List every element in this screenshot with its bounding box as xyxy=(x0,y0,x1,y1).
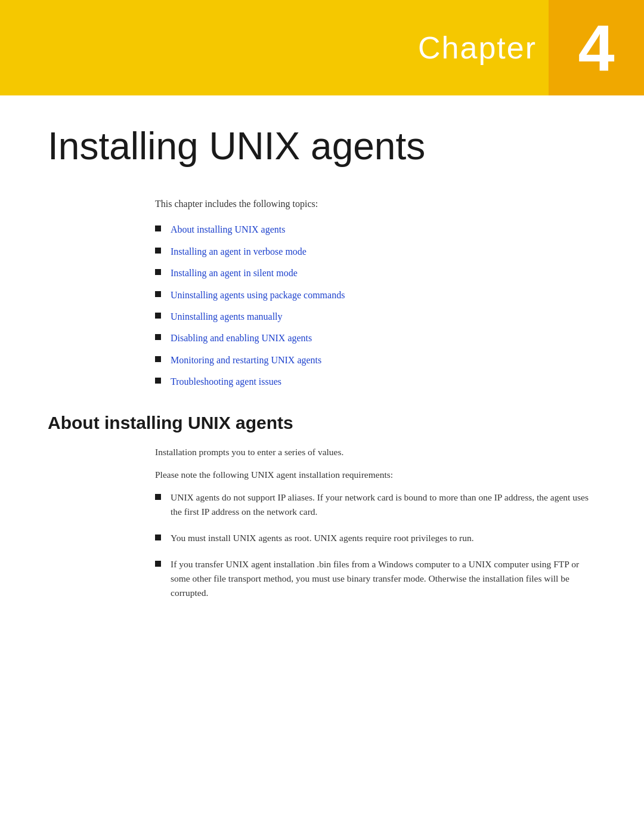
chapter-number: 4 xyxy=(578,15,614,81)
section-para2: Please note the following UNIX agent ins… xyxy=(155,468,596,482)
bullet-icon xyxy=(155,356,161,362)
chapter-header: Chapter 4 xyxy=(0,0,644,95)
list-item: You must install UNIX agents as root. UN… xyxy=(155,531,596,545)
toc-link-uninstall-pkg[interactable]: Uninstalling agents using package comman… xyxy=(171,289,345,302)
list-item: If you transfer UNIX agent installation … xyxy=(155,557,596,600)
toc-link-about[interactable]: About installing UNIX agents xyxy=(171,223,285,236)
toc-link-uninstall-manual[interactable]: Uninstalling agents manually xyxy=(171,310,283,323)
toc-link-disable-enable[interactable]: Disabling and enabling UNIX agents xyxy=(171,332,312,345)
bullet-text: UNIX agents do not support IP aliases. I… xyxy=(171,490,596,519)
section-heading: About installing UNIX agents xyxy=(48,413,596,433)
bullet-icon xyxy=(155,225,161,231)
list-item: Uninstalling agents manually xyxy=(155,310,596,323)
toc-link-monitoring[interactable]: Monitoring and restarting UNIX agents xyxy=(171,354,321,367)
bullet-icon xyxy=(155,561,161,567)
page-title: Installing UNIX agents xyxy=(48,125,596,167)
body-list: UNIX agents do not support IP aliases. I… xyxy=(155,490,596,600)
bullet-text: If you transfer UNIX agent installation … xyxy=(171,557,596,600)
bullet-icon xyxy=(155,291,161,297)
toc-link-silent[interactable]: Installing an agent in silent mode xyxy=(171,267,298,280)
chapter-number-box: 4 xyxy=(549,0,644,95)
toc-link-troubleshooting[interactable]: Troubleshooting agent issues xyxy=(171,375,281,388)
section-para1: Installation prompts you to enter a seri… xyxy=(155,445,596,459)
bullet-text: You must install UNIX agents as root. UN… xyxy=(171,531,596,545)
list-item: Monitoring and restarting UNIX agents xyxy=(155,354,596,367)
bullet-icon xyxy=(155,378,161,384)
list-item: About installing UNIX agents xyxy=(155,223,596,236)
bullet-icon xyxy=(155,248,161,254)
bullet-icon xyxy=(155,535,161,540)
list-item: UNIX agents do not support IP aliases. I… xyxy=(155,490,596,519)
list-item: Troubleshooting agent issues xyxy=(155,375,596,388)
list-item: Uninstalling agents using package comman… xyxy=(155,289,596,302)
list-item: Disabling and enabling UNIX agents xyxy=(155,332,596,345)
bullet-icon xyxy=(155,494,161,500)
bullet-icon xyxy=(155,269,161,275)
list-item: Installing an agent in silent mode xyxy=(155,267,596,280)
toc-link-verbose[interactable]: Installing an agent in verbose mode xyxy=(171,245,306,258)
chapter-label: Chapter xyxy=(394,30,549,66)
bullet-icon xyxy=(155,334,161,340)
bullet-icon xyxy=(155,313,161,319)
main-content: Installing UNIX agents This chapter incl… xyxy=(0,125,644,648)
list-item: Installing an agent in verbose mode xyxy=(155,245,596,258)
toc-list: About installing UNIX agents Installing … xyxy=(155,223,596,388)
intro-text: This chapter includes the following topi… xyxy=(155,197,596,211)
